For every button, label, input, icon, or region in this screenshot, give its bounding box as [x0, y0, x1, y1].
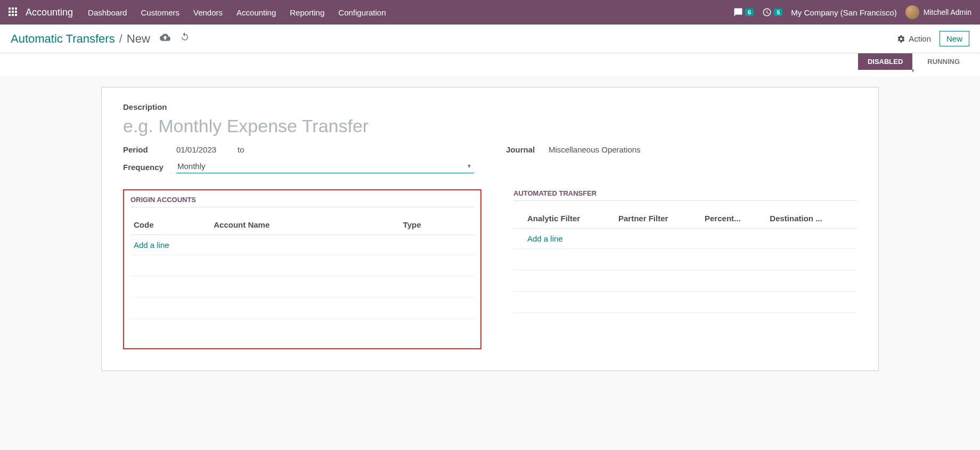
apps-icon[interactable]	[9, 7, 18, 17]
clock-icon	[762, 7, 772, 17]
automated-transfer-table: Analytic Filter Partner Filter Percent..…	[513, 208, 857, 313]
period-line: Period 01/01/2023 to	[123, 145, 474, 154]
frequency-select[interactable]: Monthly ▼	[176, 160, 474, 173]
form-row-1: Period 01/01/2023 to Frequency Monthly ▼…	[123, 145, 857, 180]
nav-dashboard[interactable]: Dashboard	[88, 8, 127, 17]
journal-value[interactable]: Miscellaneous Operations	[549, 145, 641, 154]
frequency-label: Frequency	[123, 163, 176, 172]
new-button[interactable]: New	[940, 31, 969, 46]
discard-icon[interactable]	[180, 32, 190, 45]
form-sheet: Description Period 01/01/2023 to Frequen…	[101, 87, 879, 371]
table-row	[513, 292, 857, 313]
origin-accounts-table: Code Account Name Type Add a line	[130, 215, 474, 319]
messages-badge: 6	[745, 9, 754, 16]
form-col-right: Journal Miscellaneous Operations	[506, 145, 857, 180]
form-col-left: Period 01/01/2023 to Frequency Monthly ▼	[123, 145, 474, 180]
avatar	[905, 5, 919, 19]
automated-transfer-title: AUTOMATED TRANSFER	[513, 189, 857, 201]
status-row: DISABLED RUNNING	[0, 53, 980, 76]
messages-button[interactable]: 6	[733, 7, 754, 17]
gear-icon	[897, 35, 905, 43]
origin-col-code: Code	[130, 215, 210, 235]
origin-add-line[interactable]: Add a line	[134, 240, 169, 250]
table-row	[513, 270, 857, 292]
period-to: to	[238, 145, 244, 154]
breadcrumb-root[interactable]: Automatic Transfers	[11, 32, 115, 46]
origin-col-type: Type	[400, 215, 474, 235]
nav-accounting[interactable]: Accounting	[236, 8, 276, 17]
nav-links: Dashboard Customers Vendors Accounting R…	[88, 8, 386, 17]
control-bar-icons	[160, 32, 190, 45]
breadcrumb: Automatic Transfers / New	[11, 32, 150, 46]
status-bar: DISABLED RUNNING	[858, 53, 969, 70]
tables-row: ORIGIN ACCOUNTS Code Account Name Type A…	[123, 189, 857, 349]
frequency-line: Frequency Monthly ▼	[123, 160, 474, 173]
status-disabled[interactable]: DISABLED	[858, 53, 912, 70]
period-start[interactable]: 01/01/2023	[176, 145, 216, 154]
nav-right: 6 5 My Company (San Francisco) Mitchell …	[733, 5, 971, 19]
company-switcher[interactable]: My Company (San Francisco)	[791, 8, 896, 17]
nav-customers[interactable]: Customers	[141, 8, 179, 17]
period-group: 01/01/2023 to	[176, 145, 244, 154]
transfer-col-percent: Percent...	[701, 208, 766, 229]
nav-vendors[interactable]: Vendors	[193, 8, 223, 17]
journal-line: Journal Miscellaneous Operations	[506, 145, 857, 154]
table-row	[130, 298, 474, 319]
control-bar-right: Action New	[897, 31, 969, 46]
user-name: Mitchell Admin	[924, 8, 971, 17]
origin-accounts-section: ORIGIN ACCOUNTS Code Account Name Type A…	[123, 189, 481, 349]
nav-configuration[interactable]: Configuration	[338, 8, 386, 17]
app-brand[interactable]: Accounting	[26, 7, 73, 18]
breadcrumb-separator: /	[119, 32, 123, 46]
frequency-value: Monthly	[177, 162, 206, 171]
table-row	[130, 277, 474, 298]
transfer-col-partner: Partner Filter	[615, 208, 701, 229]
description-input[interactable]	[123, 114, 857, 145]
table-row	[130, 255, 474, 277]
drag-handle-col	[513, 208, 524, 229]
table-row: Add a line	[130, 235, 474, 255]
period-label: Period	[123, 145, 176, 154]
action-button[interactable]: Action	[897, 34, 931, 43]
automated-transfer-section: AUTOMATED TRANSFER Analytic Filter Partn…	[513, 189, 857, 349]
action-label: Action	[909, 34, 931, 43]
transfer-col-analytic: Analytic Filter	[524, 208, 615, 229]
status-running[interactable]: RUNNING	[912, 53, 969, 70]
activities-button[interactable]: 5	[762, 7, 782, 17]
table-row	[513, 249, 857, 270]
origin-col-name: Account Name	[210, 215, 399, 235]
cloud-save-icon[interactable]	[160, 32, 170, 45]
origin-accounts-title: ORIGIN ACCOUNTS	[130, 196, 474, 207]
chat-icon	[733, 7, 743, 17]
journal-label: Journal	[506, 145, 549, 154]
activities-badge: 5	[774, 9, 782, 16]
top-nav: Accounting Dashboard Customers Vendors A…	[0, 0, 980, 25]
description-label: Description	[123, 102, 857, 111]
control-bar: Automatic Transfers / New Action New	[0, 25, 980, 53]
chevron-down-icon: ▼	[467, 163, 472, 169]
transfer-add-line[interactable]: Add a line	[527, 234, 563, 243]
transfer-col-destination: Destination ...	[766, 208, 857, 229]
nav-reporting[interactable]: Reporting	[290, 8, 324, 17]
user-menu[interactable]: Mitchell Admin	[905, 5, 971, 19]
table-row: Add a line	[513, 229, 857, 249]
breadcrumb-current: New	[127, 32, 150, 46]
